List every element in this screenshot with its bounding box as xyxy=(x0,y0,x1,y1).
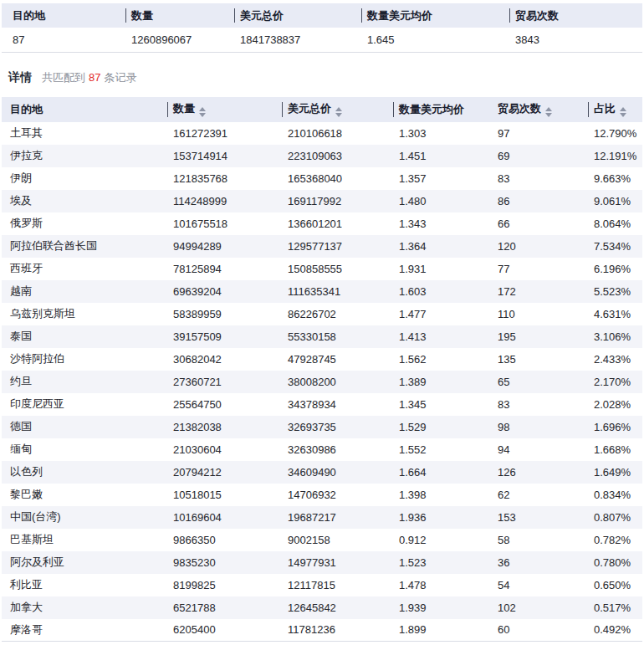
table-cell: 印度尼西亚 xyxy=(2,393,167,416)
summary-col-header: 贸易次数 xyxy=(509,3,642,28)
col-header-label: 贸易次数 xyxy=(498,102,541,115)
table-row: 乌兹别克斯坦58389959862267021.4771104.631% xyxy=(2,303,642,325)
table-cell: 14706932 xyxy=(282,484,393,506)
table-cell: 38008200 xyxy=(282,371,393,393)
table-cell: 0.834% xyxy=(588,484,642,506)
sort-icon[interactable] xyxy=(545,107,552,117)
table-cell: 9835230 xyxy=(167,551,282,574)
table-cell: 6205400 xyxy=(167,619,282,642)
table-cell: 中国(台湾) xyxy=(2,506,167,529)
table-cell: 摩洛哥 xyxy=(2,619,167,642)
table-cell: 2.433% xyxy=(588,348,642,371)
table-cell: 泰国 xyxy=(2,325,167,348)
table-cell: 20794212 xyxy=(167,461,282,484)
table-cell: 32630986 xyxy=(282,438,393,461)
table-row: 西班牙781258941508585551.931776.196% xyxy=(2,258,642,280)
table-cell: 1.899 xyxy=(393,619,492,642)
table-cell: 2.028% xyxy=(588,393,642,416)
table-cell: 1.398 xyxy=(393,484,492,506)
table-cell: 乌兹别克斯坦 xyxy=(2,303,167,325)
table-cell: 136601201 xyxy=(282,212,393,235)
col-header-目的地: 目的地 xyxy=(2,97,167,122)
details-title: 详情 xyxy=(8,70,32,84)
table-cell: 1.603 xyxy=(393,280,492,303)
match-count: 87 xyxy=(89,71,100,84)
table-cell: 120 xyxy=(492,235,588,258)
table-cell: 98 xyxy=(492,416,588,438)
table-cell: 111635341 xyxy=(282,280,393,303)
table-cell: 77 xyxy=(492,258,588,280)
table-row: 沙特阿拉伯30682042479287451.5621352.433% xyxy=(2,348,642,371)
table-cell: 110 xyxy=(492,303,588,325)
table-cell: 165368040 xyxy=(282,167,393,190)
summary-header-row: 目的地数量美元总价数量美元均价贸易次数 xyxy=(2,3,642,28)
main-header-row: 目的地数量美元总价数量美元均价贸易次数占比 xyxy=(2,97,642,122)
table-cell: 1.389 xyxy=(393,371,492,393)
table-cell: 102 xyxy=(492,596,588,619)
table-cell: 1.364 xyxy=(393,235,492,258)
table-cell: 1.649% xyxy=(588,461,642,484)
table-cell: 210106618 xyxy=(282,122,393,145)
table-row: 德国21382038326937351.529981.696% xyxy=(2,416,642,438)
table-cell: 3.106% xyxy=(588,325,642,348)
col-header-美元总价[interactable]: 美元总价 xyxy=(282,97,393,122)
summary-cell: 87 xyxy=(2,28,125,52)
table-cell: 6521788 xyxy=(167,596,282,619)
table-row: 缅甸21030604326309861.552941.668% xyxy=(2,438,642,461)
table-cell: 1.552 xyxy=(393,438,492,461)
table-cell: 36 xyxy=(492,551,588,574)
table-cell: 0.782% xyxy=(588,529,642,551)
table-cell: 10518015 xyxy=(167,484,282,506)
table-cell: 195 xyxy=(492,325,588,348)
table-cell: 0.650% xyxy=(588,574,642,596)
summary-col-header: 数量 xyxy=(125,3,234,28)
table-cell: 39157509 xyxy=(167,325,282,348)
col-header-数量美元均价: 数量美元均价 xyxy=(393,97,492,122)
table-row: 伊拉克1537149142231090631.4516912.191% xyxy=(2,145,642,167)
table-row: 利比亚8199825121178151.478540.650% xyxy=(2,574,642,596)
table-cell: 47928745 xyxy=(282,348,393,371)
table-row: 泰国39157509553301581.4131953.106% xyxy=(2,325,642,348)
sort-icon[interactable] xyxy=(335,107,342,117)
table-row: 印度尼西亚25564750343789341.345832.028% xyxy=(2,393,642,416)
table-row: 黎巴嫩10518015147069321.398620.834% xyxy=(2,484,642,506)
table-row: 越南696392041116353411.6031725.523% xyxy=(2,280,642,303)
table-cell: 7.534% xyxy=(588,235,642,258)
table-cell: 1.478 xyxy=(393,574,492,596)
col-header-数量[interactable]: 数量 xyxy=(167,97,282,122)
table-cell: 黎巴嫩 xyxy=(2,484,167,506)
sort-icon[interactable] xyxy=(199,107,206,117)
table-cell: 德国 xyxy=(2,416,167,438)
table-cell: 1.931 xyxy=(393,258,492,280)
details-section-header: 详情共匹配到87条记录 xyxy=(2,69,642,85)
table-cell: 114248999 xyxy=(167,190,282,212)
col-header-label: 美元总价 xyxy=(288,102,331,115)
summary-value-row: 87126089606718417388371.6453843 xyxy=(2,28,642,52)
table-cell: 5.523% xyxy=(588,280,642,303)
table-row: 以色列20794212346094901.6641261.649% xyxy=(2,461,642,484)
table-cell: 0.807% xyxy=(588,506,642,529)
table-cell: 30682042 xyxy=(167,348,282,371)
table-cell: 55330158 xyxy=(282,325,393,348)
match-prefix: 共匹配到 xyxy=(42,71,85,84)
col-header-贸易次数[interactable]: 贸易次数 xyxy=(492,97,588,122)
table-cell: 83 xyxy=(492,167,588,190)
table-cell: 0.492% xyxy=(588,619,642,642)
table-cell: 60 xyxy=(492,619,588,642)
table-cell: 1.413 xyxy=(393,325,492,348)
table-cell: 阿拉伯联合酋长国 xyxy=(2,235,167,258)
table-cell: 以色列 xyxy=(2,461,167,484)
summary-cell: 1841738837 xyxy=(234,28,361,52)
table-cell: 土耳其 xyxy=(2,122,167,145)
col-header-label: 目的地 xyxy=(10,103,43,115)
summary-col-header: 数量美元均价 xyxy=(361,3,509,28)
sort-icon[interactable] xyxy=(620,107,626,117)
table-cell: 1.357 xyxy=(393,167,492,190)
summary-table: 目的地数量美元总价数量美元均价贸易次数 87126089606718417388… xyxy=(2,3,642,53)
table-cell: 6.196% xyxy=(588,258,642,280)
col-header-占比[interactable]: 占比 xyxy=(588,97,642,122)
table-cell: 12.790% xyxy=(588,122,642,145)
table-cell: 0.912 xyxy=(393,529,492,551)
table-cell: 加拿大 xyxy=(2,596,167,619)
table-cell: 8.064% xyxy=(588,212,642,235)
